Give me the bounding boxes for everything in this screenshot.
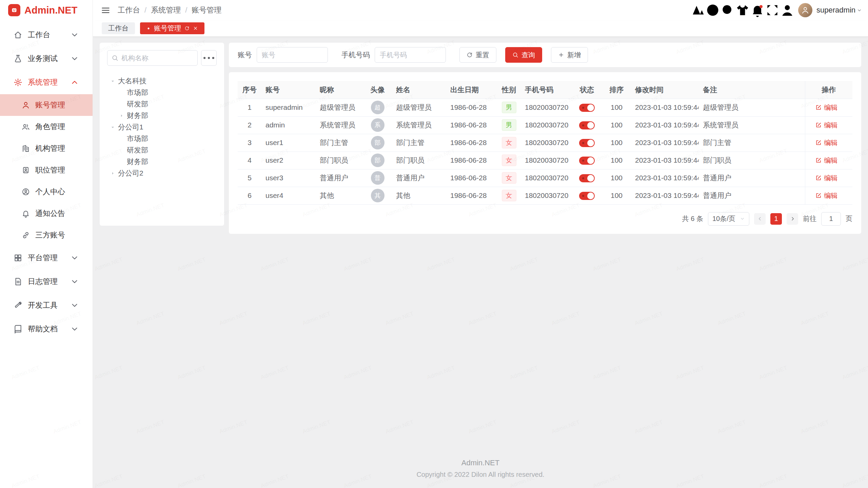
caret-right-icon (119, 113, 124, 119)
bell-icon (22, 209, 30, 218)
add-button[interactable]: 新增 (551, 47, 588, 63)
sidebar-subitem-2-5[interactable]: 通知公告 (0, 203, 93, 224)
avatar: 普 (371, 171, 384, 185)
avatar: 系 (371, 118, 384, 132)
edit-button[interactable]: 编辑 (815, 138, 837, 147)
menu-toggle-icon[interactable] (101, 6, 110, 15)
breadcrumb-separator: / (144, 6, 146, 15)
active-dot-icon (146, 26, 151, 30)
status-toggle[interactable] (579, 104, 595, 112)
sidebar-subitem-2-1[interactable]: 角色管理 (0, 116, 93, 138)
reset-button[interactable]: 重置 (459, 47, 496, 63)
tree-node[interactable]: 财务部 (107, 156, 217, 167)
chevron-up-icon (70, 78, 79, 87)
table-column-header: 出生日期 (446, 81, 497, 99)
tree-node[interactable]: 分公司2 (107, 167, 217, 179)
account-table-card: 序号账号昵称头像姓名出生日期性别手机号码状态排序修改时间备注操作 1supera… (229, 72, 861, 234)
table-row: 1superadmin超级管理员超超级管理员1986-06-28男1802003… (238, 99, 852, 116)
sidebar-subitem-2-0[interactable]: 账号管理 (0, 94, 93, 116)
status-toggle[interactable] (579, 157, 595, 165)
sidebar-item-4[interactable]: 日志管理 (0, 270, 93, 293)
breadcrumb-item[interactable]: 系统管理 (151, 5, 181, 15)
table-column-header: 序号 (238, 81, 261, 99)
table-column-header: 性别 (497, 81, 521, 99)
sidebar-item-5[interactable]: 开发工具 (0, 293, 93, 317)
edit-button[interactable]: 编辑 (815, 103, 837, 112)
book-icon (14, 325, 22, 333)
sidebar-subitem-2-4[interactable]: 个人中心 (0, 181, 93, 203)
sidebar-subitem-2-6[interactable]: 三方账号 (0, 224, 93, 246)
footer-copyright: Copyright © 2022 Dilon All rights reserv… (93, 471, 868, 479)
breadcrumb-item[interactable]: 工作台 (118, 5, 140, 15)
tree-node[interactable]: 研发部 (107, 144, 217, 156)
tree-node[interactable]: 分公司1 (107, 121, 217, 133)
edit-button[interactable]: 编辑 (815, 174, 837, 183)
sidebar-item-0[interactable]: 工作台 (0, 23, 93, 47)
edit-button[interactable]: 编辑 (815, 121, 837, 130)
tree-node[interactable]: 市场部 (107, 87, 217, 98)
tree-node[interactable]: 市场部 (107, 133, 217, 144)
plus-icon (558, 52, 564, 58)
gender-badge: 女 (502, 137, 516, 148)
edit-icon (815, 157, 822, 164)
next-page-button[interactable] (787, 213, 798, 225)
breadcrumb-item[interactable]: 账号管理 (192, 5, 221, 15)
table-column-header: 修改时间 (631, 81, 699, 99)
org-search-input[interactable] (121, 54, 193, 62)
filter-bar: 账号 手机号码 重置 查询 (229, 43, 861, 67)
chevron-down-icon (70, 277, 79, 286)
phone-filter-input[interactable] (380, 51, 441, 59)
org-more-button[interactable] (201, 50, 217, 66)
avatar[interactable] (798, 3, 812, 17)
chevron-down-icon (70, 253, 79, 262)
sidebar-item-3[interactable]: 平台管理 (0, 246, 93, 270)
link-icon (22, 231, 30, 239)
breadcrumb-separator: / (185, 6, 187, 15)
search-button[interactable]: 查询 (505, 47, 542, 63)
chevron-down-icon (70, 301, 79, 310)
sidebar-subitem-2-3[interactable]: 职位管理 (0, 159, 93, 181)
table-column-header: 排序 (602, 81, 631, 99)
sidebar-subitem-2-2[interactable]: 机构管理 (0, 138, 93, 159)
sidebar-item-1[interactable]: 业务测试 (0, 47, 93, 70)
gender-badge: 女 (502, 190, 516, 201)
topbar: 工作台 / 系统管理 / 账号管理 superadmin (93, 0, 868, 20)
goto-label: 前往 (803, 214, 816, 223)
page-size-select[interactable]: 10条/页 (708, 212, 749, 226)
chevron-down-icon (70, 30, 79, 39)
goto-page-input[interactable] (821, 212, 841, 226)
status-toggle[interactable] (579, 192, 595, 200)
status-toggle[interactable] (579, 139, 595, 147)
close-tab-icon[interactable] (193, 26, 198, 31)
theme-icon[interactable] (735, 0, 750, 20)
status-toggle[interactable] (579, 174, 595, 182)
gender-badge: 男 (502, 102, 516, 113)
fullscreen-icon[interactable] (765, 0, 780, 20)
edit-button[interactable]: 编辑 (815, 156, 837, 165)
user-icon[interactable] (780, 0, 795, 20)
tree-node[interactable]: 研发部 (107, 98, 217, 110)
edit-icon (815, 175, 822, 181)
sidebar-item-6[interactable]: 帮助文档 (0, 317, 93, 341)
breadcrumb: 工作台 / 系统管理 / 账号管理 (118, 5, 221, 15)
org-tree: 大名科技市场部研发部财务部分公司1市场部研发部财务部分公司2 (107, 75, 217, 179)
status-toggle[interactable] (579, 121, 595, 129)
account-filter-input[interactable] (262, 51, 323, 59)
tab-workbench[interactable]: 工作台 (102, 22, 135, 34)
table-column-header: 账号 (261, 81, 316, 99)
sidebar-item-2[interactable]: 系统管理 (0, 70, 93, 94)
page-number-button[interactable]: 1 (770, 213, 782, 225)
refresh-tab-icon[interactable] (184, 26, 190, 31)
username[interactable]: superadmin (816, 6, 855, 15)
tree-node[interactable]: 财务部 (107, 110, 217, 121)
globe-icon[interactable] (705, 0, 720, 20)
prev-page-button[interactable] (754, 213, 766, 225)
chevron-down-icon[interactable] (857, 8, 862, 13)
tab-account-management[interactable]: 账号管理 (140, 22, 204, 34)
edit-button[interactable]: 编辑 (815, 191, 837, 200)
edit-icon (815, 139, 822, 146)
tree-node[interactable]: 大名科技 (107, 75, 217, 87)
notification-bell-icon[interactable] (750, 0, 765, 20)
search-icon[interactable] (720, 0, 735, 20)
font-size-icon[interactable] (690, 0, 705, 20)
